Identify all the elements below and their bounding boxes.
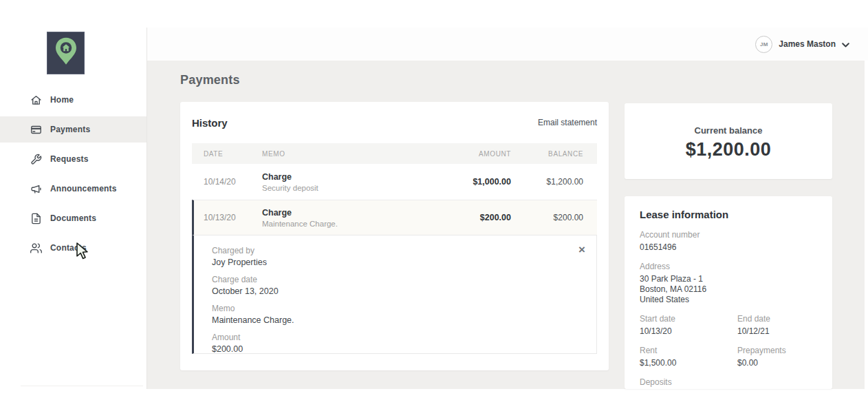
- lease-label: End date: [737, 314, 817, 324]
- sidebar-item-label: Contacts: [50, 243, 87, 253]
- history-header: History Email statement: [192, 116, 597, 129]
- row-memo-title: Charge: [262, 208, 425, 218]
- table-row-selected[interactable]: 10/13/20 Charge Maintenance Charge. $200…: [192, 200, 597, 235]
- main-content: Payments History Email statement DATE ME…: [147, 61, 865, 389]
- detail-field-charge-date: Charge date October 13, 2020: [212, 275, 585, 297]
- row-memo-subtitle: Security deposit: [262, 184, 425, 192]
- lease-label: Deposits: [640, 377, 817, 388]
- wrench-icon: [30, 154, 42, 165]
- sidebar-item-label: Documents: [50, 213, 96, 223]
- sidebar-item-documents[interactable]: Documents: [0, 205, 147, 231]
- lease-address-line: 30 Park Plaza - 1: [640, 274, 817, 284]
- charge-detail-panel: × Charged by Joy Properties Charge date …: [192, 235, 597, 354]
- row-amount: $1,000.00: [425, 177, 511, 187]
- detail-value: October 13, 2020: [212, 286, 585, 297]
- row-amount: $200.00: [425, 213, 511, 222]
- lease-deposits: Deposits $0.00: [640, 377, 817, 389]
- sidebar-item-home[interactable]: Home: [0, 87, 147, 113]
- detail-field-amount: Amount $200.00: [212, 333, 585, 355]
- lease-account-number: Account number 01651496: [640, 230, 817, 253]
- sidebar: Home Payments Requests Announcements: [0, 0, 147, 420]
- detail-value: Maintenance Charge.: [212, 315, 585, 326]
- credit-card-icon: [30, 124, 42, 136]
- user-name: James Maston: [779, 39, 836, 49]
- detail-label: Charge date: [212, 275, 585, 285]
- detail-value: $200.00: [212, 344, 585, 355]
- history-card: History Email statement DATE MEMO AMOUNT…: [180, 102, 609, 370]
- lease-title: Lease information: [640, 209, 817, 220]
- lease-value: 01651496: [640, 242, 817, 253]
- lease-label: Rent: [640, 346, 737, 356]
- sidebar-nav: Home Payments Requests Announcements: [0, 87, 147, 264]
- lease-address-line: United States: [640, 295, 817, 305]
- email-statement-link[interactable]: Email statement: [538, 118, 597, 127]
- map-pin-house-icon: [54, 36, 78, 70]
- lease-end-date: End date 10/12/21: [737, 314, 817, 337]
- lease-rent: Rent $1,500.00: [640, 346, 737, 368]
- lease-rent-row: Rent $1,500.00 Prepayments $0.00: [640, 346, 817, 368]
- lease-address: Address 30 Park Plaza - 1 Boston, MA 021…: [640, 262, 817, 305]
- app-logo[interactable]: [47, 32, 85, 74]
- house-icon: [30, 94, 42, 106]
- lease-label: Address: [640, 262, 817, 272]
- avatar: JM: [755, 36, 772, 53]
- current-balance-amount: $1,200.00: [625, 139, 832, 160]
- app-window: Home Payments Requests Announcements: [0, 0, 868, 420]
- history-table-header: DATE MEMO AMOUNT BALANCE: [192, 143, 597, 164]
- row-date: 10/13/20: [204, 213, 262, 222]
- detail-field-charged-by: Charged by Joy Properties: [212, 246, 585, 268]
- lease-value: $0.00: [737, 358, 817, 368]
- column-header-memo: MEMO: [262, 150, 425, 158]
- people-icon: [30, 242, 42, 254]
- history-title: History: [192, 117, 228, 129]
- sidebar-item-label: Requests: [50, 154, 89, 164]
- lease-value: 10/12/21: [737, 326, 817, 337]
- sidebar-item-contacts[interactable]: Contacts: [0, 235, 147, 261]
- row-balance: $200.00: [511, 213, 583, 222]
- column-header-balance: BALANCE: [511, 150, 583, 158]
- lease-start-date: Start date 10/13/20: [640, 314, 737, 337]
- page-title: Payments: [180, 73, 240, 87]
- sidebar-item-label: Announcements: [50, 184, 117, 193]
- row-date: 10/14/20: [204, 177, 262, 187]
- lease-prepayments: Prepayments $0.00: [737, 346, 817, 368]
- row-balance: $1,200.00: [511, 177, 583, 187]
- megaphone-icon: [30, 183, 42, 195]
- chevron-down-icon: [842, 38, 849, 50]
- sidebar-divider: [21, 386, 143, 386]
- current-balance-card: Current balance $1,200.00: [625, 103, 832, 179]
- lease-value: 10/13/20: [640, 326, 737, 337]
- lease-dates-row: Start date 10/13/20 End date 10/12/21: [640, 314, 817, 337]
- row-memo: Charge Maintenance Charge.: [262, 208, 425, 228]
- detail-label: Memo: [212, 304, 585, 314]
- row-memo-subtitle: Maintenance Charge.: [262, 220, 425, 228]
- lease-label: Start date: [640, 314, 737, 324]
- lease-address-line: Boston, MA 02116: [640, 284, 817, 295]
- column-header-date: DATE: [204, 150, 262, 158]
- detail-field-memo: Memo Maintenance Charge.: [212, 304, 585, 326]
- detail-label: Amount: [212, 333, 585, 343]
- column-header-amount: AMOUNT: [425, 150, 511, 158]
- lease-information-card: Lease information Account number 0165149…: [625, 196, 832, 389]
- detail-value: Joy Properties: [212, 258, 585, 268]
- topbar: JM James Maston: [147, 28, 868, 61]
- table-row[interactable]: 10/14/20 Charge Security deposit $1,000.…: [192, 164, 597, 200]
- sidebar-item-label: Payments: [50, 125, 90, 134]
- user-menu[interactable]: JM James Maston: [755, 36, 849, 53]
- row-memo: Charge Security deposit: [262, 172, 425, 192]
- lease-value: $1,500.00: [640, 358, 737, 368]
- sidebar-item-label: Home: [50, 95, 74, 105]
- sidebar-item-requests[interactable]: Requests: [0, 146, 147, 172]
- sidebar-item-announcements[interactable]: Announcements: [0, 176, 147, 202]
- close-icon[interactable]: ×: [578, 244, 585, 255]
- sidebar-item-payments[interactable]: Payments: [0, 116, 147, 143]
- row-memo-title: Charge: [262, 172, 425, 182]
- detail-label: Charged by: [212, 246, 585, 256]
- lease-label: Account number: [640, 230, 817, 240]
- document-icon: [30, 213, 42, 224]
- current-balance-label: Current balance: [625, 125, 832, 136]
- lease-label: Prepayments: [737, 346, 817, 356]
